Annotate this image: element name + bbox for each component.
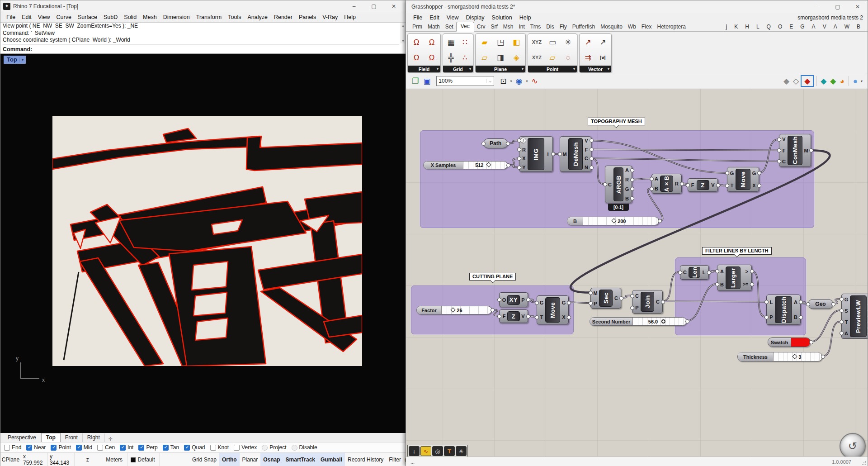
viewport-tab-perspective[interactable]: Perspective	[3, 433, 41, 442]
osnap-item-perp[interactable]: Perp	[138, 444, 157, 451]
scroll-up-icon[interactable]: ▲	[401, 24, 405, 27]
plane-xy-icon[interactable]: ▱	[476, 50, 492, 65]
gh-plugin-tab-a-8[interactable]: A	[808, 23, 819, 31]
profiler-icon[interactable]: ↓	[409, 446, 420, 456]
zoom-select[interactable]: 100% ⌄	[436, 76, 494, 86]
panel-more-icon[interactable]: ▾	[469, 67, 471, 71]
port-dot-out-argb-r[interactable]	[630, 178, 634, 182]
osnap-checkbox-quad[interactable]	[184, 445, 190, 451]
gh-maximize-button[interactable]: ▢	[828, 1, 848, 12]
osnap-item-cen[interactable]: Cen	[97, 444, 115, 451]
port-dot-in-move1-G[interactable]	[725, 171, 729, 175]
node-argb[interactable]: ARGBCARGB	[605, 166, 632, 203]
gh-plugin-tab-v-9[interactable]: V	[819, 23, 830, 31]
osnap-checkbox-end[interactable]	[4, 445, 10, 451]
port-dot-in-img-R[interactable]	[517, 147, 521, 152]
plane-tilt-icon[interactable]: ◈	[509, 50, 524, 65]
gh-plugin-tab-k-1[interactable]: K	[731, 23, 741, 31]
osnap-item-disable[interactable]: Disable	[292, 444, 317, 451]
gh-tab-crv[interactable]: Crv	[474, 23, 488, 31]
node-len[interactable]: LenCL	[680, 265, 709, 280]
node-larger[interactable]: LargerAB>>=	[717, 265, 752, 291]
port-dot-out-larger-x[interactable]	[750, 269, 754, 273]
layer-indicator[interactable]: Default	[128, 453, 160, 466]
viewport-label[interactable]: Top ▾	[4, 56, 26, 64]
slider-factor[interactable]: Factor26	[416, 306, 492, 314]
port-dot-out-move2-x[interactable]	[567, 315, 571, 319]
point-ruler-icon[interactable]: ▭	[545, 34, 561, 50]
port-dot-out-z2-v[interactable]	[526, 314, 530, 319]
port-dot-out-thickness[interactable]	[821, 355, 825, 359]
gh-tab-srf[interactable]: Srf	[488, 23, 500, 31]
gh-tab-math[interactable]: Math	[425, 23, 443, 31]
magnet-wave-icon[interactable]: Ω	[424, 50, 439, 65]
menu-solid[interactable]: Solid	[121, 14, 140, 20]
port-dot-in-dispatch-P[interactable]	[764, 315, 769, 319]
toggle-smarttrack[interactable]: SmartTrack	[283, 453, 318, 466]
osnap-checkbox-int[interactable]	[120, 445, 126, 451]
port-dot-in-conmesh-F[interactable]	[777, 148, 781, 152]
node-join[interactable]: JoinCPC	[632, 290, 663, 314]
node-xy[interactable]: XYOP	[499, 292, 528, 307]
zoom-caret-icon[interactable]: ⌄	[486, 79, 492, 83]
vector-xyz-icon[interactable]: ↗	[580, 34, 595, 50]
port-dot-out-xy-p[interactable]	[526, 298, 530, 302]
gh-plugin-tab-b-12[interactable]: B	[853, 23, 864, 31]
port-dot-out-swatch[interactable]	[809, 340, 813, 344]
grid-dots-icon[interactable]: ∷	[458, 34, 472, 50]
viewport-tab-front[interactable]: Front	[61, 433, 83, 442]
osnap-item-knot[interactable]: Knot	[210, 444, 229, 451]
bake-icon[interactable]: T	[444, 446, 455, 456]
swatch-color[interactable]	[791, 338, 810, 347]
gh-menu-display[interactable]: Display	[462, 14, 488, 21]
grid-random-icon[interactable]: ∴	[458, 50, 472, 65]
node-previewlw[interactable]: PreviewLWGSTA	[841, 294, 868, 339]
slider-track[interactable]	[464, 162, 506, 169]
gh-menu-file[interactable]: File	[410, 14, 426, 21]
caret-down-icon[interactable]: ▾	[524, 79, 529, 83]
gh-titlebar[interactable]: Grasshopper - smorgasbord media tests 2*…	[406, 0, 868, 13]
sketch-icon[interactable]: ∿	[420, 446, 431, 456]
port-dot-in-demesh-M[interactable]	[558, 152, 562, 156]
port-dot-out-dispatch-a[interactable]	[799, 300, 803, 304]
navigation-ball[interactable]: ↺	[840, 433, 866, 456]
swatch-swatch[interactable]: Swatch	[768, 338, 811, 347]
gh-tab-vec[interactable]: Vec	[456, 22, 474, 32]
port-dot-in-axb-B[interactable]	[650, 187, 654, 191]
port-dot-in-dispatch-L[interactable]	[764, 300, 769, 304]
toggle-osnap[interactable]: Osnap	[260, 453, 283, 466]
osnap-checkbox-project[interactable]	[262, 445, 268, 451]
port-dot-out-img-i[interactable]	[551, 152, 555, 156]
port-dot-out-argb-a[interactable]	[630, 168, 634, 172]
grid-plus-icon[interactable]: ╬	[444, 50, 458, 65]
port-dot-out-argb-g[interactable]	[630, 187, 634, 191]
slider-b[interactable]: B200	[567, 217, 659, 225]
port-dot-in-larger-B[interactable]	[715, 282, 719, 286]
node-demesh[interactable]: DeMeshMVFCN	[560, 136, 591, 172]
toggle-grid-snap[interactable]: Grid Snap	[189, 453, 219, 466]
gh-tab-int[interactable]: Int	[516, 23, 527, 31]
toggle-gumball[interactable]: Gumball	[318, 453, 345, 466]
plane-corner-icon[interactable]: ◳	[492, 34, 508, 50]
port-dot-in-move1-T[interactable]	[725, 184, 729, 188]
preview-shaded-gem-icon[interactable]: ◆	[802, 77, 812, 85]
port-dot-in-move2-G[interactable]	[535, 301, 539, 305]
gh-minimize-button[interactable]: –	[808, 1, 828, 12]
gh-plugin-tab-l-3[interactable]: L	[753, 23, 763, 31]
wire-display-icon[interactable]: ∿	[529, 77, 540, 85]
toggle-record-history[interactable]: Record History	[345, 453, 386, 466]
gh-tab-heteroptera[interactable]: Heteroptera	[655, 23, 689, 31]
port-dot-out-demesh-c[interactable]	[590, 157, 594, 161]
panel-footer[interactable]: Grid▾	[443, 66, 473, 72]
port-dot-out-z1-v[interactable]	[716, 183, 720, 187]
port-dot-out-demesh-v[interactable]	[590, 138, 594, 143]
port-dot-in-xy-O[interactable]	[497, 298, 501, 302]
panel-more-icon[interactable]: ▾	[573, 67, 575, 71]
panel-footer[interactable]: Vector▾	[580, 66, 611, 72]
gh-plugin-tab-g-7[interactable]: G	[797, 23, 808, 31]
gh-plugin-tab-q-4[interactable]: Q	[763, 23, 774, 31]
port-dot-out-len-l[interactable]	[707, 271, 711, 275]
port-dot-out-argb-b[interactable]	[630, 196, 634, 200]
osnap-checkbox-near[interactable]	[26, 445, 32, 451]
menu-panels[interactable]: Panels	[296, 14, 319, 20]
